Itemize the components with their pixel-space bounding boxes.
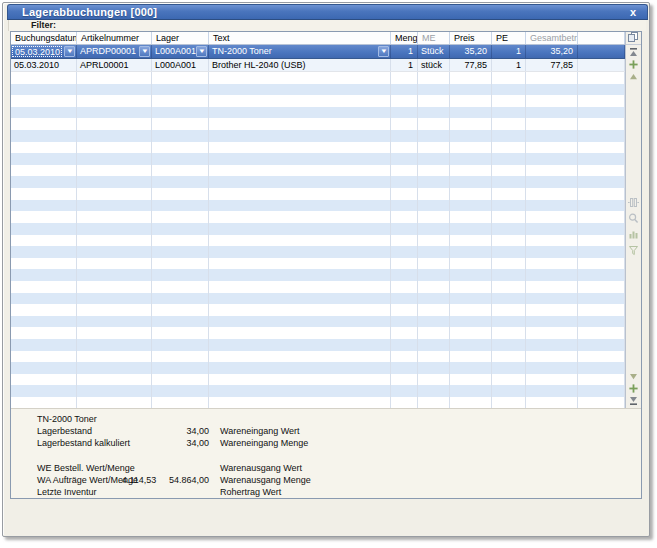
empty-cell bbox=[578, 95, 625, 107]
empty-cell bbox=[11, 304, 77, 316]
empty-cell bbox=[152, 84, 209, 96]
empty-cell bbox=[578, 165, 625, 177]
cell-me[interactable]: stück bbox=[418, 59, 450, 72]
empty-cell bbox=[450, 72, 492, 84]
column-header-buchungsdatum[interactable]: Buchungsdatum bbox=[11, 32, 77, 44]
empty-cell bbox=[11, 316, 77, 328]
filter-funnel-icon bbox=[628, 242, 639, 260]
empty-cell bbox=[450, 327, 492, 339]
empty-grid-row bbox=[11, 95, 625, 107]
cell-preis[interactable]: 35,20 bbox=[450, 45, 492, 58]
cell-menge[interactable]: 1 bbox=[391, 45, 418, 58]
column-header-preis[interactable]: Preis bbox=[450, 32, 492, 44]
combo-dropdown-button[interactable]: ▼ bbox=[139, 46, 150, 57]
cell-lager[interactable]: L000A001 bbox=[152, 59, 209, 72]
cell-gesamtbetrag[interactable]: 77,85 bbox=[526, 59, 578, 72]
summary-value-1: 4.114,53 bbox=[122, 474, 150, 486]
cell-preis[interactable]: 77,85 bbox=[450, 59, 492, 72]
empty-cell bbox=[418, 304, 450, 316]
empty-cell bbox=[152, 351, 209, 363]
statistics-button[interactable] bbox=[626, 227, 641, 243]
empty-cell bbox=[391, 269, 418, 281]
empty-cell bbox=[418, 165, 450, 177]
cell-buchungsdatum[interactable]: 05.03.2010 bbox=[11, 59, 77, 72]
cell-pe[interactable]: 1 bbox=[492, 59, 526, 72]
cell-buchungsdatum[interactable]: 05.03.2010▼ bbox=[11, 45, 77, 58]
column-header-artikelnummer[interactable]: Artikelnummer bbox=[77, 32, 152, 44]
empty-cell bbox=[526, 211, 578, 223]
empty-cell bbox=[450, 339, 492, 351]
cell-text[interactable]: Brother HL-2040 (USB) bbox=[209, 59, 391, 72]
empty-cell bbox=[578, 176, 625, 188]
empty-cell bbox=[526, 176, 578, 188]
empty-grid-row bbox=[11, 397, 625, 409]
search-button[interactable] bbox=[626, 211, 641, 227]
cell-menge[interactable]: 1 bbox=[391, 59, 418, 72]
cell-gesamtbetrag[interactable]: 35,20 bbox=[526, 45, 578, 58]
column-header-lager[interactable]: Lager bbox=[152, 32, 209, 44]
column-header-gesamtbetrag[interactable]: Gesamtbetrag bbox=[526, 32, 578, 44]
empty-cell bbox=[578, 327, 625, 339]
go-previous-button[interactable] bbox=[626, 71, 641, 83]
empty-cell bbox=[77, 374, 152, 386]
empty-grid-row bbox=[11, 374, 625, 386]
summary-value-1 bbox=[122, 425, 150, 437]
combo-dropdown-button[interactable]: ▼ bbox=[196, 46, 207, 57]
column-header-pe[interactable]: PE bbox=[492, 32, 526, 44]
go-previous-icon bbox=[628, 68, 639, 86]
empty-cell bbox=[391, 339, 418, 351]
empty-cell bbox=[77, 293, 152, 305]
cell-text[interactable]: TN-2000 Toner▼ bbox=[209, 45, 391, 58]
combo-dropdown-button[interactable]: ▼ bbox=[64, 46, 75, 57]
empty-cell bbox=[418, 327, 450, 339]
empty-cell bbox=[77, 327, 152, 339]
empty-cell bbox=[418, 374, 450, 386]
cell-artikelnummer[interactable]: APRDP00001▼ bbox=[77, 45, 152, 58]
column-header-me[interactable]: ME bbox=[418, 32, 450, 44]
column-settings-button[interactable] bbox=[626, 195, 641, 211]
go-last-button[interactable] bbox=[626, 395, 641, 407]
summary-value-1 bbox=[122, 450, 150, 462]
table-row[interactable]: 05.03.2010▼APRDP00001▼L000A001▼TN-2000 T… bbox=[11, 45, 625, 59]
cell-blank[interactable] bbox=[578, 45, 625, 58]
filter-funnel-button[interactable] bbox=[626, 243, 641, 259]
cell-artikelnummer[interactable]: APRL00001 bbox=[77, 59, 152, 72]
window-title: Lagerabbuchungen [000] bbox=[8, 6, 157, 18]
combo-dropdown-button[interactable]: ▼ bbox=[378, 46, 389, 57]
summary-label: TN-2000 Toner bbox=[37, 413, 122, 425]
empty-cell bbox=[152, 223, 209, 235]
empty-cell bbox=[418, 281, 450, 293]
window-titlebar[interactable]: Lagerabbuchungen [000] x bbox=[7, 4, 648, 20]
empty-cell bbox=[391, 235, 418, 247]
cell-blank[interactable] bbox=[578, 59, 625, 72]
empty-cell bbox=[450, 130, 492, 142]
empty-cell bbox=[526, 142, 578, 154]
empty-cell bbox=[492, 72, 526, 84]
empty-cell bbox=[77, 153, 152, 165]
empty-cell bbox=[578, 72, 625, 84]
empty-cell bbox=[492, 362, 526, 374]
empty-cell bbox=[152, 397, 209, 409]
column-header-blank[interactable] bbox=[578, 32, 625, 44]
empty-cell bbox=[450, 107, 492, 119]
cell-pe[interactable]: 1 bbox=[492, 45, 526, 58]
table-row[interactable]: 05.03.2010APRL00001L000A001Brother HL-20… bbox=[11, 59, 625, 73]
close-icon[interactable]: x bbox=[628, 5, 638, 21]
empty-cell bbox=[11, 118, 77, 130]
empty-cell bbox=[391, 327, 418, 339]
summary-value-2: 34,00 bbox=[150, 425, 209, 437]
empty-cell bbox=[526, 339, 578, 351]
empty-cell bbox=[152, 281, 209, 293]
empty-cell bbox=[578, 188, 625, 200]
column-header-text[interactable]: Text bbox=[209, 32, 391, 44]
empty-cell bbox=[152, 269, 209, 281]
empty-cell bbox=[526, 130, 578, 142]
empty-grid-row bbox=[11, 258, 625, 270]
empty-cell bbox=[418, 235, 450, 247]
empty-cell bbox=[492, 142, 526, 154]
column-header-menge[interactable]: Menge bbox=[391, 32, 418, 44]
empty-cell bbox=[77, 84, 152, 96]
cell-lager[interactable]: L000A001▼ bbox=[152, 45, 209, 58]
cell-me[interactable]: Stück bbox=[418, 45, 450, 58]
empty-cell bbox=[391, 107, 418, 119]
